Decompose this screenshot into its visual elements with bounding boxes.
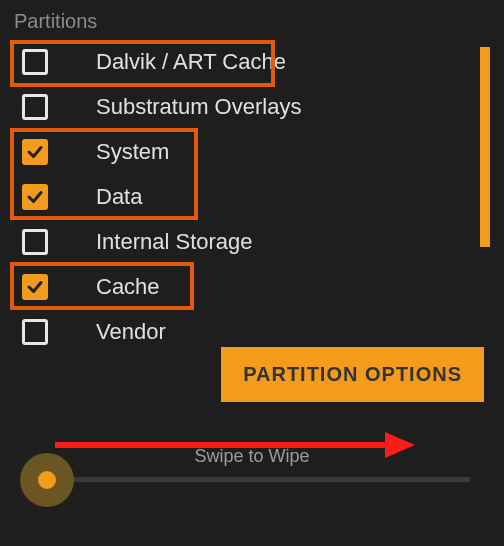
partition-row[interactable]: Dalvik / ART Cache (14, 39, 490, 84)
swipe-track[interactable] (34, 477, 470, 482)
partition-label: Dalvik / ART Cache (96, 49, 286, 75)
partition-label: Internal Storage (96, 229, 253, 255)
partition-list: Dalvik / ART CacheSubstratum OverlaysSys… (0, 39, 504, 354)
section-label: Partitions (0, 0, 504, 39)
partition-label: Substratum Overlays (96, 94, 301, 120)
checkbox[interactable] (22, 274, 48, 300)
checkbox[interactable] (22, 94, 48, 120)
partition-row[interactable]: Data (14, 174, 490, 219)
checkbox[interactable] (22, 229, 48, 255)
partition-row[interactable]: Substratum Overlays (14, 84, 490, 129)
partition-label: System (96, 139, 169, 165)
checkbox[interactable] (22, 319, 48, 345)
checkbox[interactable] (22, 139, 48, 165)
partition-label: Data (96, 184, 142, 210)
partition-label: Vendor (96, 319, 166, 345)
swipe-label: Swipe to Wipe (0, 446, 504, 467)
partition-options-button[interactable]: PARTITION OPTIONS (221, 347, 484, 402)
checkbox[interactable] (22, 184, 48, 210)
partition-label: Cache (96, 274, 160, 300)
checkbox[interactable] (22, 49, 48, 75)
partition-row[interactable]: Internal Storage (14, 219, 490, 264)
scrollbar[interactable] (480, 47, 490, 247)
partition-row[interactable]: System (14, 129, 490, 174)
partition-row[interactable]: Cache (14, 264, 490, 309)
swipe-area: Swipe to Wipe (0, 446, 504, 546)
swipe-knob[interactable] (20, 453, 74, 507)
